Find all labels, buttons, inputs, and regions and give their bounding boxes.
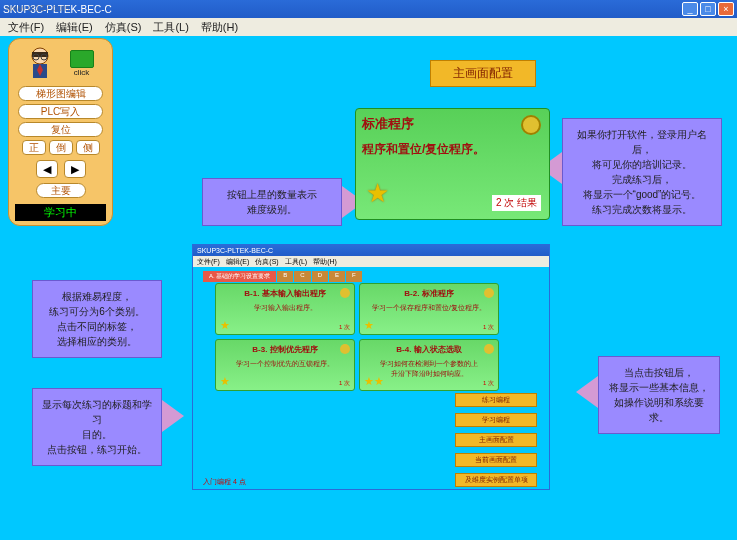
tab-b[interactable]: B [277, 271, 293, 282]
inner-menu-item[interactable]: 工具(L) [285, 257, 308, 267]
exercise-result: 2 次 结果 [492, 195, 541, 211]
menu-tool[interactable]: 工具(L) [153, 20, 188, 35]
tab-a[interactable]: A. 基础的学习设置要求 [203, 271, 276, 282]
inner-titlebar: SKUP3C-PLTEK-BEC-C [193, 245, 549, 256]
exercise-grid: B-1. 基本输入输出程序 学习输入输出程序。 ★ 1 次 B-2. 标准程序 … [215, 283, 499, 391]
inner-tabs: A. 基础的学习设置要求 B C D E F [203, 271, 545, 282]
tab-f[interactable]: F [346, 271, 362, 282]
mini-card-desc: 学习输入输出程序。 [220, 303, 350, 313]
mini-result: 1 次 [339, 323, 350, 332]
mini-card-desc: 学习一个保存程序和置位/复位程序。 [364, 303, 494, 313]
tab-e[interactable]: E [329, 271, 345, 282]
mini-card[interactable]: B-3. 控制优先程序 学习一个控制优先的互锁程序。 ★ 1 次 [215, 339, 355, 391]
mini-card-title: B-1. 基本输入输出程序 [220, 288, 350, 299]
side-btn[interactable]: 及维度实例配置单项 [455, 473, 537, 487]
menu-file[interactable]: 文件(F) [8, 20, 44, 35]
inner-window: SKUP3C-PLTEK-BEC-C 文件(F) 编辑(E) 仿真(S) 工具(… [192, 244, 550, 490]
status-bar: 学习中 [15, 204, 106, 221]
info-exercise: 显示每次练习的标题和学习目的。点击按钮，练习开始。 [32, 388, 162, 466]
mini-card-desc: 学习一个控制优先的互锁程序。 [220, 359, 350, 369]
avatar-icon [24, 45, 56, 81]
mini-card-title: B-3. 控制优先程序 [220, 344, 350, 355]
close-button[interactable]: × [718, 2, 734, 16]
info-star-difficulty: 按钮上星的数量表示难度级别。 [202, 178, 342, 226]
star-icon: ★ [364, 319, 374, 332]
info-category: 根据难易程度，练习可分为6个类别。点击不同的标签，选择相应的类别。 [32, 280, 162, 358]
titlebar: SKUP3C-PLTEK-BEC-C _ □ × [0, 0, 737, 18]
star-icon: ★★ [364, 375, 384, 388]
star-icon: ★ [366, 178, 389, 209]
click-label: click [74, 68, 90, 77]
sidebar-panel: click 梯形图编辑 PLC写入 复位 正 倒 侧 ◀ ▶ 主要 学习中 [8, 38, 113, 226]
inner-menu-item[interactable]: 编辑(E) [226, 257, 249, 267]
inner-footer: 入门编程 4 点 [203, 477, 246, 487]
prev-button[interactable]: ◀ [36, 160, 58, 178]
window-controls: _ □ × [682, 2, 734, 16]
inner-menubar: 文件(F) 编辑(E) 仿真(S) 工具(L) 帮助(H) [193, 256, 549, 267]
award-icon [340, 288, 350, 298]
callout-arrow-icon [576, 376, 598, 408]
info-training-record: 如果你打开软件，登录用户名后，将可见你的培训记录。完成练习后，将显示一个“goo… [562, 118, 722, 226]
mini-result: 1 次 [339, 379, 350, 388]
award-icon [340, 344, 350, 354]
exercise-subtitle: 程序和置位/复位程序。 [362, 141, 543, 158]
side-btn[interactable]: 练习编程 [455, 393, 537, 407]
award-icon [484, 288, 494, 298]
side-btn[interactable]: 学习编程 [455, 413, 537, 427]
star-icon: ★ [220, 375, 230, 388]
main-config-button[interactable]: 主画面配置 [430, 60, 536, 87]
award-icon [521, 115, 541, 135]
menubar: 文件(F) 编辑(E) 仿真(S) 工具(L) 帮助(H) [0, 18, 737, 36]
exercise-card[interactable]: 标准程序 程序和置位/复位程序。 ★ 2 次 结果 [355, 108, 550, 220]
menu-edit[interactable]: 编辑(E) [56, 20, 93, 35]
tab-d[interactable]: D [312, 271, 328, 282]
mini-result: 1 次 [483, 379, 494, 388]
watermark: www.cr157.com [6, 3, 70, 13]
info-basic: 当点击按钮后，将显示一些基本信息，如操作说明和系统要求。 [598, 356, 720, 434]
side-btn[interactable]: 主画面配置 [455, 433, 537, 447]
star-icon: ★ [220, 319, 230, 332]
mini-card[interactable]: B-1. 基本输入输出程序 学习输入输出程序。 ★ 1 次 [215, 283, 355, 335]
mini-result: 1 次 [483, 323, 494, 332]
ladder-edit-button[interactable]: 梯形图编辑 [18, 86, 103, 101]
menu-help[interactable]: 帮助(H) [201, 20, 238, 35]
inner-menu-item[interactable]: 文件(F) [197, 257, 220, 267]
minimize-button[interactable]: _ [682, 2, 698, 16]
mini-card-title: B-2. 标准程序 [364, 288, 494, 299]
view-front[interactable]: 正 [22, 140, 46, 155]
side-button-column: 练习编程 学习编程 主画面配置 当前画面配置 及维度实例配置单项 [455, 393, 537, 487]
plc-write-button[interactable]: PLC写入 [18, 104, 103, 119]
next-button[interactable]: ▶ [64, 160, 86, 178]
mini-card-title: B-4. 输入状态选取 [364, 344, 494, 355]
menu-sim[interactable]: 仿真(S) [105, 20, 142, 35]
award-icon [484, 344, 494, 354]
callout-arrow-icon [162, 400, 184, 432]
view-back[interactable]: 倒 [49, 140, 73, 155]
view-side[interactable]: 侧 [76, 140, 100, 155]
inner-menu-item[interactable]: 仿真(S) [255, 257, 278, 267]
mini-card[interactable]: B-4. 输入状态选取 学习如何在检测到一个参数的上升沿下降沿时如何响应。 ★★… [359, 339, 499, 391]
maximize-button[interactable]: □ [700, 2, 716, 16]
file-icon[interactable]: click [66, 45, 98, 81]
mini-card[interactable]: B-2. 标准程序 学习一个保存程序和置位/复位程序。 ★ 1 次 [359, 283, 499, 335]
main-button[interactable]: 主要 [36, 183, 86, 198]
side-btn[interactable]: 当前画面配置 [455, 453, 537, 467]
reset-button[interactable]: 复位 [18, 122, 103, 137]
tab-c[interactable]: C [294, 271, 310, 282]
inner-menu-item[interactable]: 帮助(H) [313, 257, 337, 267]
folder-icon [70, 50, 94, 68]
exercise-title: 标准程序 [362, 115, 543, 133]
